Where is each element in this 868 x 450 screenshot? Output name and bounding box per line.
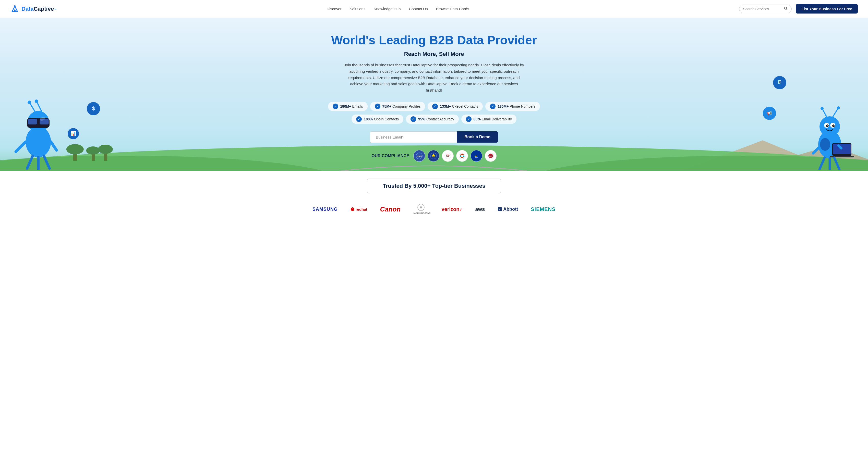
logo[interactable]: DataCaptive~	[10, 4, 57, 13]
svg-line-4	[786, 9, 787, 10]
stat-emails: ✓ 180M+ Emails	[328, 102, 368, 111]
search-button[interactable]	[784, 6, 788, 11]
verizon-logo: verizon✓	[441, 206, 462, 212]
stat-clevel: ✓ 133M+ C-level Contacts	[428, 102, 483, 111]
stat-optin: ✓ 100% Opt-in Contacts	[351, 115, 403, 124]
svg-text:CAN: CAN	[489, 155, 492, 157]
stat-deliverability: ✓ 85% Email Deliverability	[461, 115, 517, 124]
redhat-logo: redhat	[350, 207, 367, 212]
svg-marker-1	[13, 9, 16, 12]
svg-text:PECR: PECR	[475, 157, 478, 158]
popi-badge	[456, 150, 468, 162]
compliance-label: OUR COMPLIANCE	[371, 154, 409, 158]
check-icon: ✓	[466, 116, 471, 122]
brand-logos: SAMSUNG redhat Canon MORNINGSTAR verizon…	[5, 201, 863, 222]
check-icon: ✓	[410, 116, 416, 122]
email-input[interactable]	[370, 131, 457, 143]
svg-text:CASL: CASL	[446, 154, 450, 156]
aws-logo: aws	[475, 206, 485, 212]
list-business-button[interactable]: List Your Business For Free	[796, 4, 858, 13]
svg-point-62	[460, 156, 461, 157]
stats-row1: ✓ 180M+ Emails ✓ 75M+ Company Profiles ✓…	[5, 102, 863, 111]
search-input[interactable]	[743, 7, 784, 11]
can-spam-badge: CAN	[485, 150, 497, 162]
book-demo-button[interactable]: Book a Demo	[457, 131, 498, 142]
logo-text: DataCaptive~	[22, 6, 57, 12]
ccpa-badge	[428, 150, 439, 162]
canon-logo: Canon	[380, 205, 401, 213]
nav-links: Discover Solutions Knowledge Hub Contact…	[327, 7, 469, 11]
stat-phone: ✓ 130M+ Phone Numbers	[485, 102, 540, 111]
check-icon: ✓	[432, 103, 438, 109]
casl-badge: CASL	[442, 150, 454, 162]
nav-discover[interactable]: Discover	[327, 7, 341, 11]
morningstar-logo: MORNINGSTAR	[413, 203, 429, 215]
nav-contact[interactable]: Contact Us	[409, 7, 428, 11]
check-icon: ✓	[490, 103, 496, 109]
pecr-badge: EU PECR	[470, 150, 482, 162]
svg-point-71	[420, 206, 422, 208]
stat-accuracy: ✓ 95% Contact Accuracy	[406, 115, 459, 124]
svg-point-61	[463, 156, 464, 157]
hero-section: $ 📊 🗄 📢	[0, 18, 868, 171]
svg-text:GDPR: GDPR	[416, 155, 422, 157]
svg-text:A: A	[499, 208, 501, 211]
svg-point-56	[445, 153, 451, 159]
gdpr-badge: GDPR	[413, 150, 425, 162]
nav-browse[interactable]: Browse Data Cards	[436, 7, 469, 11]
hero-body: Join thousands of businesses that trust …	[342, 62, 526, 94]
svg-point-60	[461, 154, 463, 155]
siemens-logo: SIEMENS	[531, 206, 556, 212]
nav-knowledge-hub[interactable]: Knowledge Hub	[373, 7, 401, 11]
hero-subheadline: Reach More, Sell More	[5, 51, 863, 57]
svg-point-2	[14, 5, 16, 7]
trusted-section: Trusted By 5,000+ Top-tier Businesses SA…	[0, 171, 868, 228]
check-icon: ✓	[356, 116, 362, 122]
abbott-logo: A Abbott	[498, 206, 518, 212]
trusted-box: Trusted By 5,000+ Top-tier Businesses	[367, 179, 501, 193]
stat-company: ✓ 75M+ Company Profiles	[370, 102, 425, 111]
hero-headline: World's Leading B2B Data Provider	[5, 33, 863, 47]
stats-row2: ✓ 100% Opt-in Contacts ✓ 95% Contact Acc…	[5, 115, 863, 124]
svg-text:EU: EU	[475, 155, 477, 157]
compliance-row: OUR COMPLIANCE GDPR	[5, 150, 863, 162]
demo-form: Book a Demo	[5, 131, 863, 143]
navbar: DataCaptive~ Discover Solutions Knowledg…	[0, 0, 868, 18]
samsung-logo: SAMSUNG	[312, 206, 338, 212]
compliance-badges: GDPR CASL	[413, 150, 497, 162]
search-box	[739, 5, 792, 13]
check-icon: ✓	[333, 103, 338, 109]
nav-solutions[interactable]: Solutions	[350, 7, 366, 11]
logo-icon	[10, 4, 20, 13]
trusted-text: Trusted By 5,000+ Top-tier Businesses	[383, 183, 485, 189]
nav-right: List Your Business For Free	[739, 4, 858, 13]
check-icon: ✓	[375, 103, 380, 109]
